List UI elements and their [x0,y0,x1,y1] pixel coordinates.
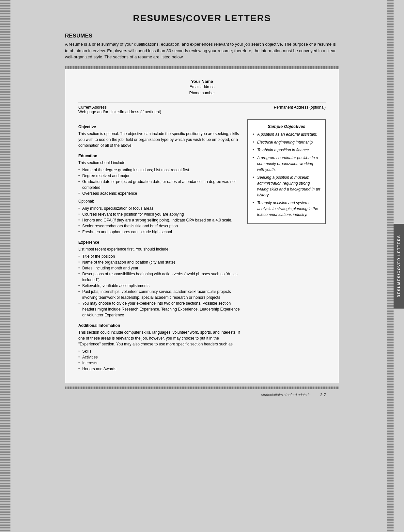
web-address: Web page and/or LinkedIn address (if per… [78,110,202,114]
left-stripe-decoration [0,0,10,532]
list-item: You may choose to divide your experience… [78,300,241,318]
resumes-heading: RESUMES [65,33,339,39]
sample-objectives-column: Sample Objectives A position as an edito… [247,119,326,373]
side-tab-label: RESUMES/COVER LETTERS [397,235,401,297]
list-item: Senior research/honors thesis title and … [78,223,241,229]
side-tab: RESUMES/COVER LETTERS [394,224,404,309]
list-item: Any minors, specialization or focus area… [78,205,241,211]
current-address-block: Current Address Web page and/or LinkedIn… [78,105,202,114]
sample-objective-item: Electrical engineering internship. [253,139,320,145]
right-stripe-decoration [387,0,394,532]
list-item: Honors and GPA (if they are a strong sel… [78,217,241,223]
experience-title: Experience [78,239,241,245]
list-item: Graduation date or projected graduation … [78,179,241,190]
intro-paragraph: A resume is a brief summary of your qual… [65,41,339,60]
additional-title: Additional Information [78,323,241,328]
list-item: Believable, verifiable accomplishments [78,283,241,289]
permanent-address-label: Permanent Address (optional) [202,105,326,114]
experience-section: Experience List most recent experience f… [78,239,241,318]
objective-section: Objective This section is optional. The … [78,124,241,148]
list-item: Skills [78,348,241,354]
sample-objective-item: Seeking a position in museum administrat… [253,175,320,198]
top-stripe [65,66,339,69]
page-title: RESUMES/COVER LETTERS [65,13,339,23]
additional-list: Skills Activities Interests Honors and A… [78,348,241,372]
sample-objectives-title: Sample Objectives [253,124,320,129]
main-content: RESUMES/COVER LETTERS RESUMES A resume i… [58,0,346,532]
optional-label: Optional: [78,198,241,204]
list-item: Name of the degree-granting institutions… [78,167,241,173]
resume-body: Objective This section is optional. The … [78,119,326,373]
list-item: Courses relevant to the position for whi… [78,211,241,217]
education-list: Name of the degree-granting institutions… [78,167,241,196]
list-item: Freshmen and sophomores can include high… [78,229,241,235]
education-title: Education [78,153,241,159]
list-item: Descriptions of responsibilities beginni… [78,271,241,283]
footer: studentaffairs.stanford.edu/cdc 2 7 [65,389,339,401]
education-section: Education This section should include: N… [78,153,241,235]
experience-intro: List most recent experience first. You s… [78,246,241,252]
education-intro: This section should include: [78,160,241,166]
additional-section: Additional Information This section coul… [78,323,241,372]
address-row: Current Address Web page and/or LinkedIn… [78,105,326,114]
list-item: Paid jobs, internships, volunteer commun… [78,289,241,300]
objective-text: This section is optional. The objective … [78,131,241,148]
education-optional-list: Any minors, specialization or focus area… [78,205,241,235]
email-line: Email address [78,84,326,90]
sample-objective-item: A program coordinator position in a comm… [253,155,320,173]
list-item: Overseas academic experience [78,190,241,196]
resume-box: Your Name Email address Phone number Cur… [65,69,339,383]
footer-page: 2 7 [320,392,326,397]
sample-objectives-box: Sample Objectives A position as an edito… [247,119,326,224]
list-item: Honors and Awards [78,366,241,372]
sample-objective-item: A position as an editorial assistant. [253,131,320,137]
resume-header: Your Name Email address Phone number [78,79,326,96]
bottom-stripe [65,387,339,389]
experience-list: Title of the position Name of the organi… [78,253,241,318]
list-item: Title of the position [78,253,241,259]
footer-url: studentaffairs.stanford.edu/cdc [261,393,310,397]
sample-objectives-list: A position as an editorial assistant. El… [253,131,320,218]
your-name: Your Name [78,79,326,84]
phone-line: Phone number [78,90,326,96]
divider [78,102,326,102]
page-container: RESUMES/COVER LETTERS RESUMES/COVER LETT… [0,0,404,532]
objective-title: Objective [78,124,241,130]
list-item: Name of the organization and location (c… [78,259,241,265]
additional-text: This section could include computer skil… [78,329,241,347]
sample-objective-item: To obtain a position in finance. [253,147,320,153]
list-item: Degree received and major [78,173,241,179]
list-item: Interests [78,360,241,366]
sample-objective-item: To apply decision and systems analysis t… [253,200,320,218]
list-item: Activities [78,354,241,360]
list-item: Dates, including month and year [78,265,241,271]
current-address-label: Current Address [78,105,202,110]
resume-left-column: Objective This section is optional. The … [78,119,241,373]
